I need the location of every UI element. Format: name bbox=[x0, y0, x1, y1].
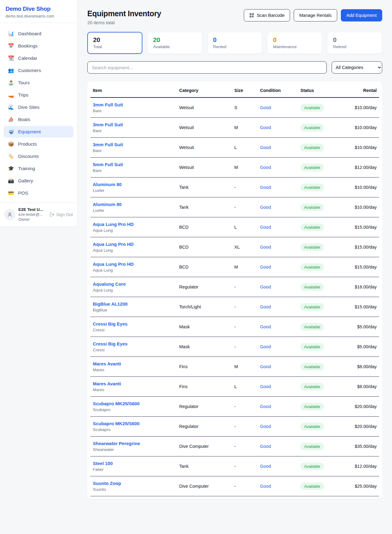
sign-out-label: Sign Out bbox=[56, 212, 73, 217]
stat-card-maintenance[interactable]: 0 Maintenance bbox=[267, 32, 322, 54]
item-condition-link[interactable]: Good bbox=[260, 105, 271, 110]
item-condition-link[interactable]: Good bbox=[260, 484, 271, 489]
sidebar-item-equipment[interactable]: 🤿 Equipment bbox=[4, 126, 74, 138]
table-row: Aluminum 80 Luxfer Tank - Good Available… bbox=[90, 197, 379, 217]
sidebar-item-products[interactable]: 📦 Products bbox=[4, 138, 74, 150]
user-email: e2e-tester@... bbox=[18, 212, 46, 217]
item-rental-rate: $12.00/day bbox=[352, 456, 379, 476]
item-brand: Bare bbox=[93, 128, 174, 133]
item-brand: Bare bbox=[93, 168, 174, 173]
sidebar-item-bookings[interactable]: 📅 Bookings bbox=[4, 40, 74, 52]
item-name-link[interactable]: Steel 100 bbox=[93, 461, 113, 466]
item-condition-link[interactable]: Good bbox=[260, 145, 271, 150]
item-condition-link[interactable]: Good bbox=[260, 245, 271, 250]
item-condition-link[interactable]: Good bbox=[260, 444, 271, 449]
item-condition-link[interactable]: Good bbox=[260, 324, 271, 329]
sidebar-item-calendar[interactable]: 📆 Calendar bbox=[4, 52, 74, 64]
item-rental-rate: $20.00/day bbox=[352, 397, 379, 417]
search-input[interactable] bbox=[87, 61, 327, 74]
status-badge: Available bbox=[300, 463, 324, 470]
sidebar-item-training[interactable]: 🎓 Training bbox=[4, 163, 74, 174]
item-size: - bbox=[232, 437, 258, 456]
sidebar-item-tours[interactable]: 🏝️ Tours bbox=[4, 77, 74, 89]
item-name-link[interactable]: Aluminum 80 bbox=[93, 202, 122, 207]
add-equipment-button[interactable]: Add Equipment bbox=[341, 9, 382, 21]
item-category: Fins bbox=[177, 377, 232, 397]
item-condition-link[interactable]: Good bbox=[260, 424, 271, 429]
item-name-link[interactable]: Mares Avanti bbox=[93, 381, 121, 386]
sign-out-button[interactable]: Sign Out bbox=[49, 212, 73, 217]
item-name-link[interactable]: Aqua Lung Pro HD bbox=[93, 261, 134, 267]
item-name-link[interactable]: Cressi Big Eyes bbox=[93, 341, 127, 346]
sidebar-item-gallery[interactable]: 📸 Gallery bbox=[4, 175, 74, 187]
item-name-link[interactable]: Aqualung Core bbox=[93, 281, 126, 287]
table-row: Mares Avanti Mares Fins L Good Available… bbox=[90, 377, 379, 397]
item-name-link[interactable]: Mares Avanti bbox=[93, 361, 121, 366]
item-name-link[interactable]: Scubapro MK25/S600 bbox=[93, 421, 140, 426]
item-name-link[interactable]: Aluminum 80 bbox=[93, 182, 122, 187]
item-rental-rate: $5.00/day bbox=[352, 317, 379, 337]
item-condition-link[interactable]: Good bbox=[260, 344, 271, 349]
status-badge: Available bbox=[300, 423, 324, 430]
item-condition-link[interactable]: Good bbox=[260, 165, 271, 170]
item-category: Mask bbox=[177, 317, 232, 337]
item-size: - bbox=[232, 337, 258, 357]
main-content: Equipment Inventory 20 items total Scan … bbox=[77, 0, 392, 508]
item-condition-link[interactable]: Good bbox=[260, 284, 271, 289]
status-badge: Available bbox=[300, 383, 324, 391]
sidebar-item-dive-sites[interactable]: 🌊 Dive Sites bbox=[4, 101, 74, 113]
stat-card-retired[interactable]: 0 Retired bbox=[327, 32, 382, 54]
stat-card-rented[interactable]: 0 Rented bbox=[207, 32, 262, 54]
item-name-link[interactable]: Suunto Zoop bbox=[93, 481, 121, 486]
sidebar-item-boats[interactable]: ⛵ Boats bbox=[4, 114, 74, 125]
sidebar-item-trips[interactable]: 🚤 Trips bbox=[4, 89, 74, 101]
stat-card-total[interactable]: 20 Total bbox=[87, 32, 142, 54]
status-badge: Available bbox=[300, 403, 324, 410]
item-condition-link[interactable]: Good bbox=[260, 304, 271, 309]
item-size: M bbox=[232, 118, 258, 138]
item-condition-link[interactable]: Good bbox=[260, 265, 271, 269]
item-name-link[interactable]: 3mm Full Suit bbox=[93, 122, 123, 127]
item-condition-link[interactable]: Good bbox=[260, 384, 271, 389]
item-condition-link[interactable]: Good bbox=[260, 464, 271, 469]
item-condition-link[interactable]: Good bbox=[260, 364, 271, 369]
item-brand: Cressi bbox=[93, 328, 174, 332]
category-filter-select[interactable]: All Categories bbox=[332, 61, 382, 74]
item-brand: Cressi bbox=[93, 348, 174, 352]
item-condition-link[interactable]: Good bbox=[260, 125, 271, 130]
item-size: M bbox=[232, 257, 258, 277]
item-name-link[interactable]: BigBlue AL1200 bbox=[93, 301, 128, 307]
col-header-category: Category bbox=[177, 82, 232, 97]
tag-icon: 🏷️ bbox=[8, 154, 14, 159]
table-row: Scubapro MK25/S600 Scubapro Regulator - … bbox=[90, 397, 379, 417]
item-condition-link[interactable]: Good bbox=[260, 404, 271, 409]
item-condition-link[interactable]: Good bbox=[260, 205, 271, 210]
status-badge: Available bbox=[300, 323, 324, 331]
table-row: Mares Avanti Mares Fins M Good Available… bbox=[90, 357, 379, 377]
item-name-link[interactable]: Aqua Lung Pro HD bbox=[93, 242, 134, 247]
item-name-link[interactable]: 3mm Full Suit bbox=[93, 102, 123, 107]
stat-card-available[interactable]: 20 Available bbox=[147, 32, 202, 54]
item-rental-rate: $15.00/day bbox=[352, 297, 379, 317]
sidebar-item-dashboard[interactable]: 📊 Dashboard bbox=[4, 28, 74, 40]
item-name-link[interactable]: Aqua Lung Pro HD bbox=[93, 222, 134, 227]
item-name-link[interactable]: Shearwater Peregrine bbox=[93, 441, 140, 446]
item-name-link[interactable]: Cressi Big Eyes bbox=[93, 321, 127, 326]
sidebar-item-customers[interactable]: 👥 Customers bbox=[4, 65, 74, 76]
status-badge: Available bbox=[300, 164, 324, 171]
item-name-link[interactable]: Scubapro MK25/S600 bbox=[93, 401, 140, 406]
manage-rentals-button[interactable]: Manage Rentals bbox=[294, 9, 337, 21]
status-badge: Available bbox=[300, 343, 324, 351]
sidebar-item-pos[interactable]: 💳 POS bbox=[4, 187, 74, 199]
scan-barcode-button[interactable]: Scan Barcode bbox=[244, 9, 290, 21]
item-condition-link[interactable]: Good bbox=[260, 225, 271, 230]
item-condition-link[interactable]: Good bbox=[260, 185, 271, 190]
sign-out-icon bbox=[50, 212, 55, 217]
shop-name[interactable]: Demo Dive Shop bbox=[6, 6, 72, 12]
tear-calendar-icon: 📆 bbox=[8, 56, 14, 61]
item-name-link[interactable]: 3mm Full Suit bbox=[93, 142, 123, 147]
item-name-link[interactable]: 5mm Full Suit bbox=[93, 162, 123, 167]
table-row: Steel 100 Faber Tank - Good Available $1… bbox=[90, 456, 379, 476]
bar-chart-icon: 📊 bbox=[8, 31, 14, 36]
sidebar-item-discounts[interactable]: 🏷️ Discounts bbox=[4, 151, 74, 162]
